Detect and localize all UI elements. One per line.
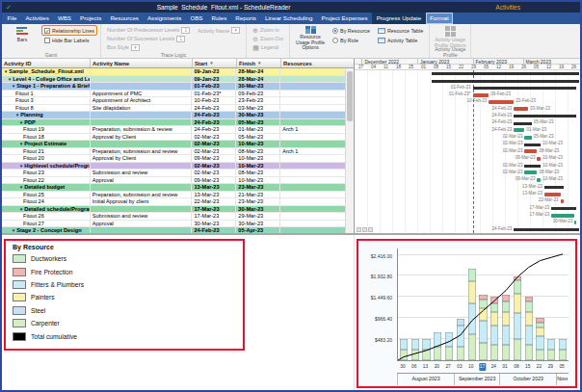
successor-levels-value[interactable]: 1: [176, 36, 185, 42]
gantt-bar[interactable]: [524, 165, 541, 168]
gantt-bar[interactable]: [514, 107, 528, 111]
table-row[interactable]: Fitout 21Preparation, submission and rev…: [2, 148, 345, 156]
table-row[interactable]: Fitout 25Preparation, submission and rev…: [2, 192, 345, 199]
resource-usage-profile-options-button[interactable]: Resource Usage Profile Options: [294, 26, 327, 51]
table-vertical-scrollbar[interactable]: [345, 68, 354, 233]
gantt-bar[interactable]: [524, 170, 537, 174]
column-header-activity-id[interactable]: Activity ID: [2, 59, 91, 67]
table-row[interactable]: Fitout 20Approval by Client09-Mar-2310-M…: [2, 155, 345, 163]
gantt-bar[interactable]: [537, 178, 541, 182]
gantt-bar[interactable]: [544, 186, 564, 189]
zoom-in-button[interactable]: ⊕ Zoom In: [251, 26, 285, 34]
gantt-bar[interactable]: [514, 122, 532, 125]
x-axis-tick: 05: [558, 363, 565, 371]
gantt-bar[interactable]: [537, 157, 541, 161]
collapse-icon[interactable]: ▼: [15, 113, 19, 118]
table-row[interactable]: Fitout 3Appointment of Architect10-Feb-2…: [2, 97, 345, 105]
table-row[interactable]: Fitout 23Submission and review02-Mar-230…: [2, 170, 345, 177]
by-resource-radio[interactable]: By Resource: [331, 26, 372, 35]
gantt-scroll-controls[interactable]: [357, 227, 373, 232]
tab-activities[interactable]: Activities: [21, 13, 53, 24]
gantt-bar[interactable]: [574, 221, 576, 224]
hide-bar-labels-checkbox[interactable]: Hide Bar Labels: [42, 36, 96, 44]
gantt-bar[interactable]: [473, 93, 489, 97]
gantt-bar[interactable]: [561, 199, 565, 203]
collapse-icon[interactable]: ▼: [12, 84, 15, 89]
zoom-out-button[interactable]: ⊖ Zoom Out: [251, 35, 285, 42]
table-row[interactable]: ▼Detailed schedule/Program17-Mar-2330-Ma…: [2, 206, 345, 214]
column-header-start[interactable]: Start▼: [193, 59, 237, 67]
table-row[interactable]: Fitout 19Preparation, submission & revie…: [2, 126, 345, 134]
tab-resources[interactable]: Resources: [106, 13, 144, 24]
table-row[interactable]: ▼Planning24-Feb-2330-Mar-23: [2, 112, 345, 119]
table-row[interactable]: ▼Sample_Schedule_Fitout.xml09-Jan-2328-M…: [2, 68, 345, 76]
tab-obs[interactable]: OBS: [186, 13, 207, 24]
gantt-bar[interactable]: [489, 100, 514, 104]
collapse-icon[interactable]: ▼: [19, 185, 23, 190]
table-row[interactable]: Fitout 22Approval09-Mar-2310-Mar-23: [2, 177, 345, 185]
gantt-bar[interactable]: [514, 128, 524, 132]
scrollbar-thumb[interactable]: [347, 71, 353, 121]
legend-button[interactable]: ▦ Legend: [251, 43, 285, 51]
activity-name: [91, 68, 193, 75]
tab-wbs[interactable]: WBS: [53, 13, 75, 24]
column-header-resources[interactable]: Resources: [281, 59, 346, 67]
table-row[interactable]: Fitout 27Approval30-Mar-2330-Mar-23: [2, 221, 345, 228]
box-style-dropdown[interactable]: Box Style ▾: [105, 43, 192, 51]
activity-name: [91, 206, 193, 213]
predecessor-levels-value[interactable]: 1: [181, 27, 190, 34]
tab-projects[interactable]: Projects: [76, 13, 106, 24]
table-row[interactable]: Fitout 24Initial Approval by client22-Ma…: [2, 198, 345, 206]
collapse-icon[interactable]: ▼: [19, 142, 23, 146]
gantt-bar[interactable]: [524, 136, 531, 140]
table-row[interactable]: Fitout 26Submission and review17-Mar-232…: [2, 213, 345, 221]
table-row[interactable]: ▼Level 4 - College Office and Learning C…: [2, 76, 345, 84]
tab-progress-update[interactable]: Progress Update: [372, 13, 425, 24]
collapse-icon[interactable]: ▼: [8, 77, 12, 82]
relationship-lines-checkbox[interactable]: ✓ Relationship Lines: [42, 26, 96, 35]
collapse-icon[interactable]: ▼: [19, 120, 23, 125]
collapse-icon[interactable]: ▼: [4, 69, 8, 74]
table-row[interactable]: Fitout 8Site dilapidation24-Feb-2303-Mar…: [2, 105, 345, 113]
collapse-icon[interactable]: ▼: [12, 228, 15, 233]
gantt-bar[interactable]: [544, 193, 561, 196]
table-row[interactable]: Fitout 1Appointment of PMC01-Feb-23*09-F…: [2, 91, 345, 98]
gantt-bar[interactable]: [514, 228, 579, 231]
resource-table-toggle[interactable]: Resource Table: [376, 26, 425, 35]
tab-project-expenses[interactable]: Project Expenses: [317, 13, 372, 24]
gantt-bar[interactable]: [473, 87, 577, 90]
successor-levels-control[interactable]: Number Of Successor Levels 1: [105, 35, 192, 42]
activities-view: Activity ID Activity Name Start▼ Finish▼…: [2, 59, 580, 235]
collapse-icon[interactable]: ▼: [19, 164, 23, 169]
tab-file[interactable]: File: [3, 13, 21, 24]
gantt-bar[interactable]: [524, 144, 541, 146]
gantt-bar[interactable]: [551, 214, 574, 218]
gantt-bar[interactable]: [551, 207, 576, 210]
table-row[interactable]: ▼Stage 1 - Preparation & Brief01-Feb-233…: [2, 83, 345, 91]
column-header-finish[interactable]: Finish▼: [237, 59, 281, 67]
tab-linear-scheduling[interactable]: Linear Scheduling: [260, 13, 317, 24]
gantt-bar[interactable]: [432, 80, 579, 83]
table-row[interactable]: ▼PDP24-Feb-2305-Mar-23: [2, 119, 345, 127]
gantt-bar[interactable]: [432, 72, 579, 75]
tab-roles[interactable]: Roles: [207, 13, 231, 24]
table-row[interactable]: ▼Detailed budget13-Mar-2323-Mar-23: [2, 184, 345, 192]
table-row[interactable]: ▼Stage 2 - Concept Design24-Feb-2305-Apr…: [2, 227, 345, 233]
activity-name-dropdown[interactable]: Activity Name ▾: [196, 26, 242, 35]
gantt-bar[interactable]: [524, 149, 537, 153]
table-row[interactable]: ▼Highlevel schedule/Program02-Mar-2310-M…: [2, 163, 345, 170]
tab-assignments[interactable]: Assignments: [143, 13, 185, 24]
tab-format[interactable]: Format: [426, 13, 454, 24]
bars-button[interactable]: Bars: [6, 26, 39, 51]
gantt-rows: 01-Feb-2301-Feb-23*09-Feb-2310-Feb-2323-…: [355, 70, 580, 233]
column-header-activity-name[interactable]: Activity Name: [91, 59, 193, 67]
predecessor-levels-control[interactable]: Number Of Predecessor Levels 1: [105, 26, 192, 34]
x-axis-month-label: November 2023: [556, 374, 568, 385]
collapse-icon[interactable]: ▼: [19, 207, 23, 212]
table-row[interactable]: ▼Project Estimate02-Mar-2310-Mar-23: [2, 141, 345, 148]
table-row[interactable]: Fitout 18Approval by Client02-Mar-2305-M…: [2, 134, 345, 142]
gantt-bar[interactable]: [514, 115, 576, 118]
activity-table-toggle[interactable]: Activity Table: [376, 36, 425, 44]
tab-reports[interactable]: Reports: [231, 13, 261, 24]
by-role-radio[interactable]: By Role: [331, 36, 372, 44]
